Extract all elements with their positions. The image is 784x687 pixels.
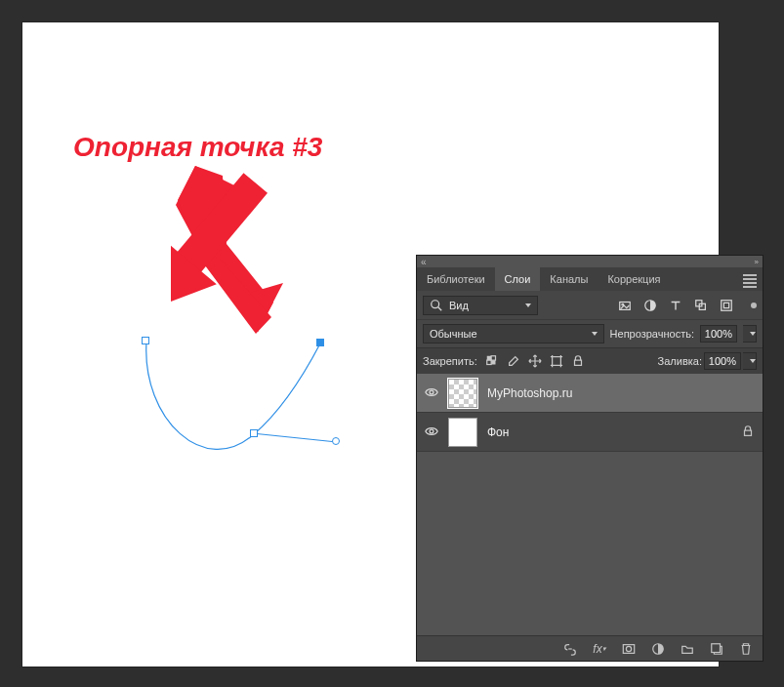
add-mask-icon[interactable] <box>622 642 636 656</box>
direction-handle-endpoint[interactable] <box>332 437 340 445</box>
tab-channels[interactable]: Каналы <box>540 267 598 291</box>
annotation-arrow-overlay <box>171 168 317 348</box>
fill-dropdown-button[interactable] <box>743 352 757 370</box>
layers-empty-area <box>417 505 763 635</box>
blend-opacity-row: Обычные Непрозрачность: 100% <box>417 319 763 347</box>
layer-thumbnail[interactable] <box>448 379 477 408</box>
delete-layer-icon[interactable] <box>739 642 753 656</box>
filter-pixel-icon[interactable] <box>618 299 632 312</box>
filter-adjust-icon[interactable] <box>643 299 657 312</box>
svg-rect-18 <box>552 357 560 366</box>
svg-rect-13 <box>723 303 728 307</box>
lock-fill-row: Закрепить: Заливка: 100% <box>417 347 763 374</box>
filter-smartobj-icon[interactable] <box>720 299 733 312</box>
layer-name[interactable]: MyPhotoshop.ru <box>487 386 572 400</box>
anchor-point-1[interactable] <box>142 337 149 344</box>
svg-rect-15 <box>491 360 495 364</box>
panel-collapse-icon[interactable]: « <box>421 257 427 267</box>
filter-type-icon[interactable] <box>669 299 682 312</box>
svg-point-8 <box>622 303 624 305</box>
panel-expand-icon[interactable]: » <box>755 258 759 266</box>
new-layer-icon[interactable] <box>710 642 723 656</box>
layer-row[interactable]: MyPhotoshop.ru <box>417 374 763 413</box>
layer-filter-row: Вид <box>417 291 763 319</box>
svg-rect-3 <box>175 173 268 275</box>
svg-rect-16 <box>491 356 495 360</box>
svg-rect-14 <box>487 356 491 360</box>
lock-artboard-icon[interactable] <box>550 354 563 368</box>
svg-rect-30 <box>745 430 752 435</box>
svg-point-32 <box>626 646 631 651</box>
svg-point-5 <box>432 301 439 308</box>
opacity-input[interactable]: 100% <box>700 325 737 343</box>
layers-list: MyPhotoshop.ru Фон <box>417 374 763 505</box>
layers-panel: « » Библиотеки Слои Каналы Коррекция Вид <box>416 255 763 662</box>
panel-titlebar: « » <box>417 256 763 267</box>
visibility-toggle-icon[interactable] <box>425 424 438 440</box>
search-icon <box>430 299 443 312</box>
svg-rect-34 <box>712 643 721 652</box>
svg-rect-27 <box>574 360 581 365</box>
filter-toggle-icon[interactable] <box>751 303 757 308</box>
layer-row[interactable]: Фон <box>417 413 763 452</box>
link-layers-icon[interactable] <box>563 642 577 656</box>
panel-footer: fx▾ <box>417 635 763 661</box>
tab-layers[interactable]: Слои <box>495 267 541 291</box>
lock-icon <box>741 424 755 440</box>
filter-shape-icon[interactable] <box>694 299 708 312</box>
svg-line-6 <box>438 307 442 311</box>
visibility-toggle-icon[interactable] <box>425 385 438 401</box>
lock-label: Закрепить: <box>423 355 477 367</box>
blend-mode-value: Обычные <box>430 328 477 340</box>
svg-point-29 <box>430 429 433 433</box>
fill-adjustment-icon[interactable] <box>651 642 665 656</box>
lock-transparency-icon[interactable] <box>485 354 499 368</box>
svg-rect-12 <box>722 301 732 311</box>
tab-adjustments[interactable]: Коррекция <box>598 267 670 291</box>
opacity-label: Непрозрачность: <box>610 328 694 340</box>
fx-icon[interactable]: fx▾ <box>593 642 606 656</box>
tab-libraries[interactable]: Библиотеки <box>417 267 495 291</box>
lock-position-icon[interactable] <box>528 354 542 368</box>
fill-input[interactable]: 100% <box>704 352 741 370</box>
lock-all-icon[interactable] <box>571 354 585 368</box>
new-group-icon[interactable] <box>681 642 694 656</box>
layer-thumbnail[interactable] <box>448 418 477 447</box>
lock-pixels-icon[interactable] <box>507 354 520 368</box>
svg-point-28 <box>430 390 433 394</box>
panel-tabs: Библиотеки Слои Каналы Коррекция <box>417 267 763 291</box>
svg-rect-17 <box>487 360 491 364</box>
layer-filter-label: Вид <box>449 300 469 311</box>
pen-path[interactable] <box>137 332 351 478</box>
blend-mode-dropdown[interactable]: Обычные <box>423 324 604 344</box>
opacity-dropdown-button[interactable] <box>743 325 757 343</box>
layer-name[interactable]: Фон <box>487 425 509 439</box>
fill-label: Заливка: <box>658 355 702 367</box>
annotation-text: Опорная точка #3 <box>73 132 322 163</box>
layer-filter-dropdown[interactable]: Вид <box>423 296 538 315</box>
anchor-point-3-selected[interactable] <box>316 339 324 346</box>
panel-menu-icon[interactable] <box>743 270 757 288</box>
